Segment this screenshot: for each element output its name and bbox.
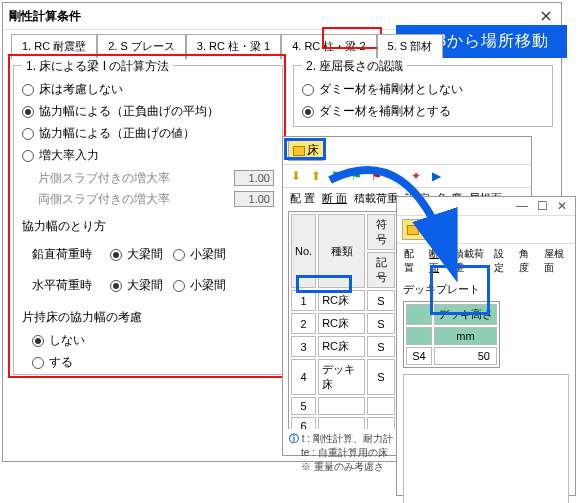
table-row[interactable]: 2RC床S bbox=[291, 313, 395, 334]
g2-opt1[interactable]: ダミー材を補剛材とする bbox=[302, 103, 544, 120]
subtab-0[interactable]: 配 置 bbox=[288, 191, 317, 206]
g2-opt0[interactable]: ダミー材を補剛材としない bbox=[302, 81, 544, 98]
minimize-icon[interactable]: — bbox=[515, 199, 529, 213]
table-row[interactable]: 5 bbox=[291, 397, 395, 415]
table-row[interactable]: 3RC床S bbox=[291, 336, 395, 357]
table-row[interactable]: 1RC床S bbox=[291, 290, 395, 311]
group-buckling: 2. 座屈長さの認識 ダミー材を補剛材としない ダミー材を補剛材とする bbox=[293, 65, 553, 127]
highlight-tab5 bbox=[322, 27, 382, 49]
maximize-icon[interactable]: ☐ bbox=[535, 199, 549, 213]
tab-5[interactable]: 5. S 部材 bbox=[377, 34, 444, 59]
deck-blank-area bbox=[403, 374, 569, 503]
tool-icon-1[interactable]: ⬇ bbox=[288, 168, 304, 184]
close-icon[interactable] bbox=[537, 7, 555, 25]
close-icon[interactable]: ✕ bbox=[555, 199, 569, 213]
table-row[interactable]: 4デッキ床S bbox=[291, 359, 395, 395]
arrow-icon bbox=[320, 150, 480, 290]
highlight-group1 bbox=[8, 54, 286, 378]
dialog-title: 剛性計算条件 bbox=[9, 8, 81, 25]
table-row[interactable]: 6 bbox=[291, 417, 395, 429]
group2-legend: 2. 座屈長さの認識 bbox=[302, 58, 407, 75]
